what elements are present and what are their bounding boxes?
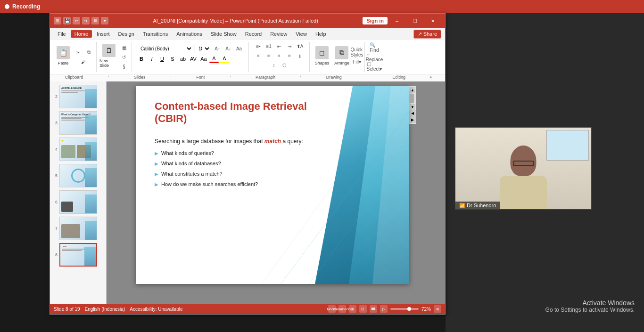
- font-label: Font: [193, 74, 207, 81]
- slide-thumbnail-panel[interactable]: 2 AI INTELLIGENCE 3 What is Computer Vis…: [50, 81, 107, 304]
- reset-slide-button[interactable]: ↺: [119, 53, 129, 61]
- fit-slide-button[interactable]: ⊕: [434, 305, 441, 313]
- italic-button[interactable]: I: [147, 55, 157, 63]
- zoom-slider[interactable]: [390, 308, 419, 310]
- layout-button[interactable]: ▦: [119, 43, 129, 52]
- vertical-scrollbar[interactable]: ▲ ▼ ◀ ▶: [409, 86, 416, 124]
- shape-fill-button[interactable]: Fill▾: [352, 57, 362, 66]
- slide-thumb-7[interactable]: 7: [50, 215, 106, 242]
- menu-help[interactable]: Help: [312, 30, 330, 38]
- menu-slideshow[interactable]: Slide Show: [207, 30, 240, 38]
- increase-font-button[interactable]: A↑: [213, 44, 222, 53]
- smartart-button[interactable]: ⬡: [280, 61, 289, 69]
- slide-preview-3: What is Computer Vision?: [59, 111, 97, 135]
- menu-view[interactable]: View: [292, 30, 311, 38]
- scroll-up-arrow[interactable]: ▲: [410, 87, 415, 93]
- presenter-btn[interactable]: 🖥: [91, 17, 99, 24]
- menu-home[interactable]: Home: [71, 30, 92, 38]
- font-color-button[interactable]: A: [209, 55, 219, 63]
- comments-button[interactable]: Comments: [339, 305, 346, 313]
- slide-thumb-6[interactable]: 6: [50, 189, 106, 215]
- bullet-arrow-4: ▶: [155, 182, 158, 187]
- menu-insert[interactable]: Insert: [93, 30, 114, 38]
- scroll-thumb[interactable]: [409, 94, 414, 103]
- font-family-select[interactable]: Calibri (Body): [137, 44, 193, 53]
- person-silhouette: [486, 143, 561, 209]
- align-left-button[interactable]: ≡: [254, 51, 263, 60]
- status-right: Notes Comments ⊞ ⊡ 📖 ▷ 72% ⊕: [328, 305, 441, 313]
- redo-btn[interactable]: ↪: [82, 17, 90, 24]
- restore-button[interactable]: ❐: [406, 16, 423, 26]
- paste-button[interactable]: 📋 Paste: [54, 42, 73, 69]
- menu-file[interactable]: File: [54, 30, 70, 38]
- status-bar: Slide 8 of 19 English (Indonesia) Access…: [50, 304, 445, 314]
- minimize-button[interactable]: –: [388, 16, 405, 26]
- arrange-button[interactable]: ⧉ Arrange: [332, 42, 351, 69]
- language-info: English (Indonesia): [85, 307, 125, 312]
- indent-less-button[interactable]: ⇤: [274, 42, 284, 50]
- scroll-side-btn1[interactable]: ◀: [409, 110, 416, 116]
- slide-preview-6: [59, 190, 97, 214]
- numbering-button[interactable]: ≡1: [264, 42, 273, 50]
- font-size-select[interactable]: 18: [195, 44, 211, 53]
- arrange-icon: ⧉: [335, 46, 348, 59]
- slideshow-button[interactable]: ▷: [380, 305, 388, 313]
- columns-button[interactable]: ⫿: [295, 51, 305, 60]
- text-shadow-button[interactable]: ab: [178, 55, 188, 63]
- select-button[interactable]: ▢ Select▾: [370, 62, 379, 71]
- share-icon: ↗: [418, 31, 422, 37]
- find-button[interactable]: 🔍 Find: [370, 43, 379, 52]
- new-slide-button[interactable]: 🗒 New Slide: [99, 42, 118, 69]
- bold-button[interactable]: B: [137, 55, 146, 63]
- quick-access-save[interactable]: 💾: [63, 17, 71, 24]
- menu-record[interactable]: Record: [241, 30, 265, 38]
- share-button[interactable]: ↗ Share: [413, 30, 441, 39]
- normal-view-button[interactable]: ⊞: [349, 305, 356, 313]
- section-button[interactable]: §: [119, 62, 129, 71]
- slide-sorter-button[interactable]: ⊡: [359, 305, 367, 313]
- main-slide[interactable]: Content-based Image Retrieval (CBIR) Sea…: [136, 86, 409, 284]
- customize-btn[interactable]: ▾: [101, 17, 108, 24]
- bullet-arrow-2: ▶: [155, 161, 158, 166]
- font-case-button[interactable]: Aa: [199, 55, 208, 63]
- reading-view-button[interactable]: 📖: [370, 305, 377, 313]
- line-spacing-button[interactable]: ↕: [269, 61, 279, 69]
- cut-button[interactable]: ✂: [74, 48, 83, 57]
- font-row2: B I U S ab AV Aa A A: [137, 55, 244, 63]
- highlight-button[interactable]: A: [220, 55, 229, 63]
- slide-thumb-8[interactable]: 8 CBIR: [50, 242, 106, 268]
- align-center-button[interactable]: ≡: [264, 51, 273, 60]
- justify-button[interactable]: ≡: [285, 51, 294, 60]
- decrease-font-button[interactable]: A↓: [223, 44, 233, 53]
- sign-in-button[interactable]: Sign in: [363, 17, 388, 24]
- align-right-button[interactable]: ≡: [274, 51, 284, 60]
- copy-button[interactable]: ⧉: [84, 48, 93, 57]
- menu-design[interactable]: Design: [115, 30, 138, 38]
- char-spacing-button[interactable]: AV: [189, 55, 198, 63]
- menu-transitions[interactable]: Transitions: [139, 30, 172, 38]
- menu-review[interactable]: Review: [266, 30, 291, 38]
- indent-more-button[interactable]: ⇥: [285, 42, 294, 50]
- slide-thumb-5[interactable]: 5: [50, 162, 106, 189]
- shapes-button[interactable]: ◻ Shapes: [313, 42, 331, 69]
- person-head: [511, 146, 537, 176]
- menu-animations[interactable]: Animations: [173, 30, 206, 38]
- scroll-side-btn2[interactable]: ▶: [409, 116, 416, 123]
- close-button[interactable]: ✕: [424, 16, 441, 26]
- underline-button[interactable]: U: [157, 55, 167, 63]
- slide-thumb-2[interactable]: 2 AI INTELLIGENCE: [50, 83, 106, 110]
- starred-slide-badge: ★: [61, 139, 64, 143]
- strikethrough-button[interactable]: S: [168, 55, 177, 63]
- slide-thumb-3[interactable]: 3 What is Computer Vision?: [50, 110, 106, 136]
- webcam-label: 📶 Dr Suhendro: [455, 202, 500, 209]
- scroll-down-arrow[interactable]: ▼: [410, 104, 415, 110]
- format-painter-button[interactable]: 🖌: [79, 57, 88, 66]
- quick-styles-button[interactable]: Quick Styles: [352, 48, 362, 57]
- bullet-arrow-3: ▶: [155, 171, 158, 177]
- replace-button[interactable]: ↔ Replace: [370, 53, 379, 61]
- text-direction-button[interactable]: ⬆A: [295, 42, 305, 50]
- slide-thumb-4[interactable]: 4 ★: [50, 136, 106, 162]
- bullets-button[interactable]: ≡•: [254, 42, 263, 50]
- undo-btn[interactable]: ↩: [73, 17, 80, 24]
- clear-format-button[interactable]: Aa: [234, 44, 244, 53]
